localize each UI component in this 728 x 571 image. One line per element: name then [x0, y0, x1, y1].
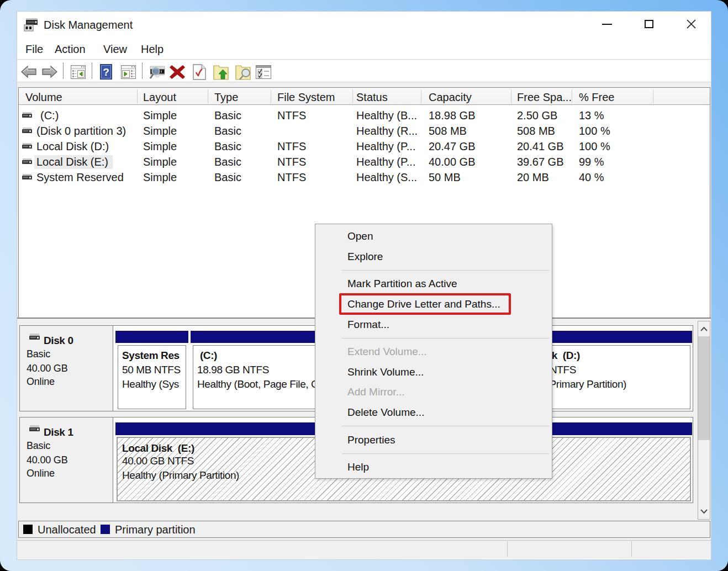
svg-text:?: ? [103, 66, 109, 78]
